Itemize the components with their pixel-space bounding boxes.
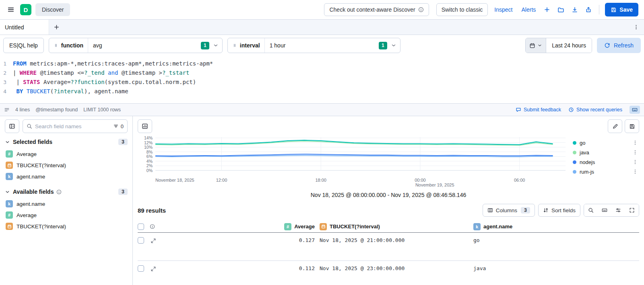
esql-help-button[interactable]: ES|QL help <box>3 38 44 53</box>
refresh-icon <box>604 43 610 49</box>
grid-keyboard-icon[interactable] <box>598 204 611 216</box>
refresh-label: Refresh <box>614 42 634 49</box>
chevron-down-icon[interactable] <box>5 189 10 195</box>
chevron-down-icon[interactable] <box>5 139 10 145</box>
field-section-header[interactable]: Selected fields3 <box>5 139 128 145</box>
code-line[interactable]: 4 BY TBUCKET(?interval), agent.name <box>0 87 644 96</box>
field-name: agent.name <box>17 174 45 180</box>
download-icon[interactable] <box>570 5 580 14</box>
context-aware-discover-label: Check out context-aware Discover <box>329 6 415 13</box>
interval-control[interactable]: interval 1 hour 1 <box>227 38 400 53</box>
legend-kebab-icon[interactable] <box>632 168 639 175</box>
legend-kebab-icon[interactable] <box>632 139 639 146</box>
table-row[interactable]: 0.127Nov 18, 2025 @ 21:00:00.000go <box>138 233 639 261</box>
field-item[interactable]: #Average <box>5 148 128 160</box>
discover-app: D Discover Check out context-aware Disco… <box>0 0 644 285</box>
tab-options-kebab-icon[interactable] <box>628 20 644 35</box>
cell-tbucket: Nov 18, 2025 @ 23:00:00.000 <box>315 265 473 271</box>
field-name: Average <box>17 151 37 157</box>
legend-item[interactable]: rum-js <box>573 167 639 176</box>
date-picker-calendar-button[interactable] <box>526 38 546 53</box>
chart-plot-area[interactable] <box>155 135 566 174</box>
line-number: 2 <box>0 68 13 78</box>
column-header-tbucket[interactable]: TBUCKET(?interval) <box>315 223 473 230</box>
expand-row-icon[interactable] <box>150 237 157 244</box>
edit-visualization-icon[interactable] <box>608 119 622 133</box>
column-header-label: TBUCKET(?interval) <box>330 223 380 230</box>
column-header-average[interactable]: #Average <box>163 223 315 230</box>
row-checkbox[interactable] <box>138 265 144 272</box>
expand-row-icon[interactable] <box>150 265 157 273</box>
alerts-link[interactable]: Alerts <box>519 6 539 13</box>
columns-icon <box>487 207 493 213</box>
keyboard-shortcuts-icon[interactable] <box>630 106 640 114</box>
tab-untitled[interactable]: Untitled <box>0 20 49 35</box>
field-filter-count: 0 <box>121 123 124 129</box>
new-session-icon[interactable] <box>542 5 552 14</box>
code-line[interactable]: 1FROM metrics:apm-*,metrics:traces-apm*,… <box>0 59 644 68</box>
results-toolbar: 89 results Columns 3 Sort fields <box>138 204 639 217</box>
cell-agent-name: java <box>473 265 639 271</box>
table-row[interactable]: 0.112Nov 18, 2025 @ 23:00:00.000java <box>138 261 639 285</box>
main-menu-icon[interactable] <box>6 4 16 15</box>
columns-button[interactable]: Columns 3 <box>483 204 535 217</box>
field-item[interactable]: TBUCKET(?interval) <box>5 221 128 232</box>
chevron-down-icon[interactable] <box>391 43 396 48</box>
grid-fullscreen-icon[interactable] <box>625 204 639 216</box>
share-icon[interactable] <box>584 5 593 14</box>
discover-app-button[interactable]: Discover <box>35 3 70 16</box>
code-text: BY TBUCKET(?interval), agent.name <box>13 87 128 96</box>
grid-search-icon[interactable] <box>584 204 598 216</box>
save-button[interactable]: Save <box>605 3 638 16</box>
select-all-checkbox[interactable] <box>138 223 144 230</box>
field-section-header[interactable]: Available fields3 <box>5 189 128 195</box>
legend-label: nodejs <box>580 159 595 165</box>
column-header-agent-name[interactable]: kagent.name <box>473 223 639 230</box>
field-item[interactable]: TBUCKET(?interval) <box>5 160 128 171</box>
y-axis-label: 0% <box>147 168 153 173</box>
function-control[interactable]: function avg 1 <box>49 38 223 53</box>
y-axis-label: 2% <box>147 163 153 168</box>
field-search-input[interactable] <box>35 123 110 129</box>
submit-feedback-link[interactable]: Submit feedback <box>516 107 561 113</box>
code-line[interactable]: 3 | STATS Average=??function(system.cpu.… <box>0 78 644 87</box>
legend-kebab-icon[interactable] <box>632 149 639 156</box>
search-icon <box>27 123 32 129</box>
time-range-button[interactable]: Last 24 hours <box>546 38 592 53</box>
recent-queries-link[interactable]: Show recent queries <box>568 107 622 113</box>
results-actions: Columns 3 Sort fields <box>483 204 639 217</box>
field-item[interactable]: #Average <box>5 209 128 221</box>
code-line[interactable]: 2| WHERE @timestamp <=?_tend and @timest… <box>0 68 644 78</box>
query-lines-icon <box>4 107 10 113</box>
control-column-header[interactable] <box>150 224 163 229</box>
sort-icon <box>543 207 549 213</box>
switch-to-classic-button[interactable]: Switch to classic <box>436 3 488 16</box>
tabbar-spacer <box>64 20 628 35</box>
results-table: #AverageTBUCKET(?interval)kagent.name0.1… <box>138 221 639 285</box>
refresh-button[interactable]: Refresh <box>597 38 641 53</box>
context-aware-discover-button[interactable]: Check out context-aware Discover <box>324 3 429 16</box>
number-field-icon: # <box>6 211 13 219</box>
chart-options-icon[interactable] <box>138 119 152 133</box>
legend-kebab-icon[interactable] <box>632 158 639 166</box>
chart-y-axis: 0%2%4%6%8%10%12%14% <box>138 135 155 174</box>
add-tab-icon[interactable] <box>49 20 64 35</box>
chevron-down-icon[interactable] <box>213 43 219 48</box>
legend-label: go <box>580 140 585 146</box>
esql-editor[interactable]: 1FROM metrics:apm-*,metrics:traces-apm*,… <box>0 56 644 103</box>
field-item[interactable]: kagent.name <box>5 171 128 182</box>
legend-item[interactable]: java <box>573 148 639 157</box>
collapse-sidebar-icon[interactable] <box>5 119 19 133</box>
legend-item[interactable]: nodejs <box>573 157 639 167</box>
y-axis-label: 8% <box>147 150 153 154</box>
open-folder-icon[interactable] <box>556 5 566 15</box>
sort-fields-button[interactable]: Sort fields <box>538 204 580 217</box>
save-visualization-icon[interactable] <box>625 119 639 133</box>
project-logo-badge[interactable]: D <box>20 4 31 15</box>
field-filter-control[interactable]: 0 <box>113 123 124 129</box>
legend-item[interactable]: go <box>573 138 639 148</box>
row-checkbox[interactable] <box>138 237 144 244</box>
field-item[interactable]: kagent.name <box>5 198 128 209</box>
grid-display-options-icon[interactable] <box>611 204 625 216</box>
inspect-link[interactable]: Inspect <box>492 6 515 13</box>
